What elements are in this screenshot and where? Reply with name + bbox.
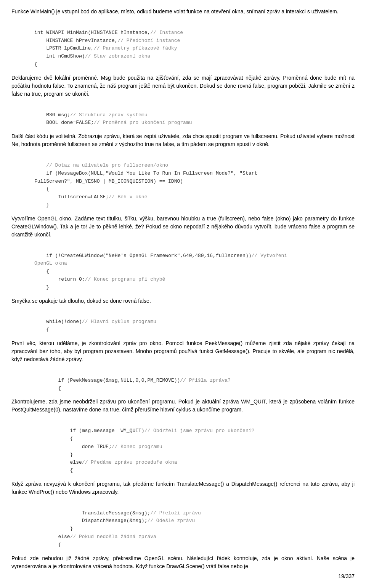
code-block-1: int WINAPI WinMain(HINSTANCE hInstance,/… [11, 19, 355, 70]
page-footer: 19/337 [338, 572, 355, 580]
code-block-4: if (!CreateGLWindow("NeHe's OpenGL Frame… [11, 243, 355, 293]
code-block-7: if (msg.message==WM_QUIT)// Obdrželi jsm… [11, 418, 355, 476]
code-block-8: TranslateMessage(&msg);// Přeloží zprávu… [11, 500, 355, 551]
paragraph-4: Vytvoříme OpenGL okno. Zadáme text titul… [11, 215, 355, 239]
code-block-3: // Dotaz na uživatele pro fullscreen/okn… [11, 152, 355, 211]
paragraph-3: Další část kódu je volitelná. Zobrazuje … [11, 132, 355, 148]
paragraph-8: Když zpráva nevyzývá k ukončení programu… [11, 480, 355, 496]
paragraph-6: První věc, kterou uděláme, je zkontrolov… [11, 339, 355, 363]
page-content: Funkce WinMain() je vstupní bod do aplik… [11, 8, 355, 570]
code-block-5: while(!done)// Hlavní cyklus programu { [11, 309, 355, 336]
paragraph-7: Zkontrolujeme, zda jsme neobdrželi zpráv… [11, 398, 355, 414]
code-block-2: MSG msg;// Struktura zpráv systému BOOL … [11, 102, 355, 129]
paragraph-9: Pokud zde nebudou již žádné zprávy, přek… [11, 554, 355, 570]
code-block-6: if (PeekMessage(&msg,NULL,0,0,PM_REMOVE)… [11, 367, 355, 394]
paragraph-1: Funkce WinMain() je vstupní bod do aplik… [11, 8, 355, 16]
paragraph-5: Smyčka se opakuje tak dlouho, dokud se d… [11, 297, 355, 305]
paragraph-2: Deklarujeme dvě lokální proměnné. Msg bu… [11, 74, 355, 98]
